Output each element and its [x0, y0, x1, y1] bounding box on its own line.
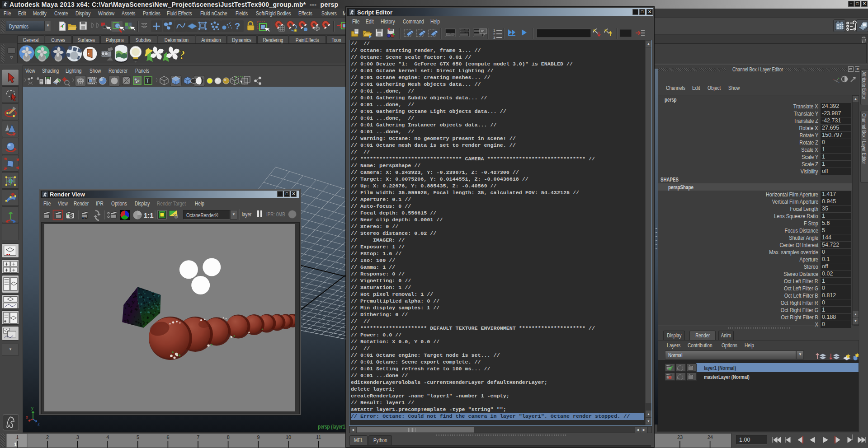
svg-text:2: 2 [46, 434, 49, 440]
svg-text:6: 6 [167, 434, 170, 440]
svg-text:z: z [38, 421, 40, 426]
svg-text:7: 7 [197, 434, 199, 440]
svg-text:8: 8 [227, 434, 230, 440]
svg-text:3: 3 [493, 36, 495, 40]
svg-text:24: 24 [708, 434, 713, 440]
svg-text:23: 23 [677, 434, 683, 440]
svg-text:?: ? [235, 21, 240, 31]
svg-text:1: 1 [16, 434, 19, 440]
svg-text:11: 11 [316, 434, 321, 440]
svg-text:x: x [26, 415, 28, 420]
svg-text:5: 5 [137, 434, 139, 440]
svg-text:9: 9 [257, 434, 259, 440]
svg-text:1: 1 [14, 442, 17, 447]
svg-text:T: T [146, 78, 150, 84]
svg-text:4: 4 [106, 434, 109, 440]
svg-text:3: 3 [76, 434, 79, 440]
svg-text:y: y [31, 406, 33, 411]
svg-text:10: 10 [286, 434, 291, 440]
svg-text:1:1: 1:1 [144, 211, 154, 219]
svg-text:IPR: IPR [82, 216, 88, 220]
svg-text:?: ? [179, 47, 185, 62]
